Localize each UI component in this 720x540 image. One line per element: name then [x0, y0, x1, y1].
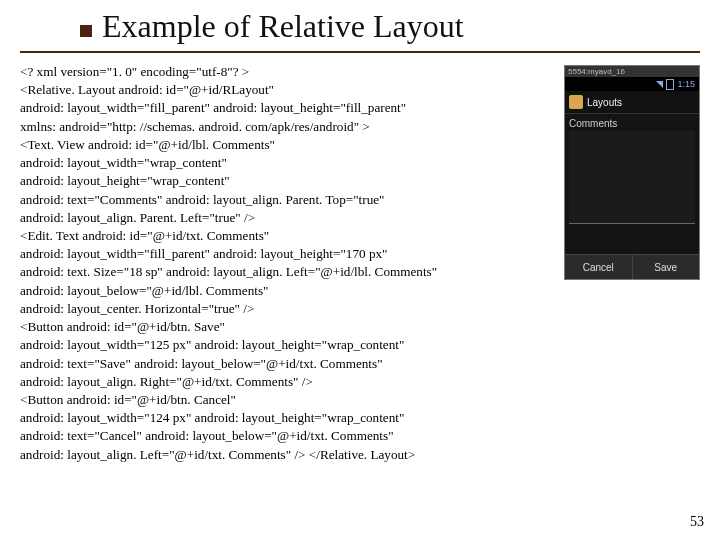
status-time: 1:15 — [677, 79, 695, 89]
signal-icon — [656, 81, 663, 88]
emulator-titlebar: 5554:myavd_16 — [565, 66, 699, 77]
button-bar: Cancel Save — [565, 254, 699, 279]
save-button[interactable]: Save — [632, 255, 700, 279]
page-title: Example of Relative Layout — [102, 8, 464, 45]
title-row: Example of Relative Layout — [80, 8, 700, 45]
comments-label: Comments — [569, 118, 695, 129]
cancel-button[interactable]: Cancel — [565, 255, 632, 279]
slide: Example of Relative Layout <? xml versio… — [0, 0, 720, 540]
comments-edittext[interactable] — [569, 131, 695, 224]
app-bar: Layouts — [565, 91, 699, 114]
title-bullet-icon — [80, 25, 92, 37]
xml-code-block: <? xml version="1. 0" encoding="utf-8"? … — [20, 63, 564, 464]
phone-screenshot: 5554:myavd_16 1:15 Layouts Comments Canc… — [564, 65, 700, 280]
page-number: 53 — [690, 514, 704, 530]
app-title: Layouts — [587, 97, 622, 108]
status-bar: 1:15 — [565, 77, 699, 91]
content-row: <? xml version="1. 0" encoding="utf-8"? … — [20, 63, 700, 464]
layout-body: Comments — [565, 114, 699, 254]
app-icon — [569, 95, 583, 109]
title-underline — [20, 51, 700, 53]
battery-icon — [666, 79, 674, 90]
emulator-label: 5554:myavd_16 — [568, 67, 625, 76]
